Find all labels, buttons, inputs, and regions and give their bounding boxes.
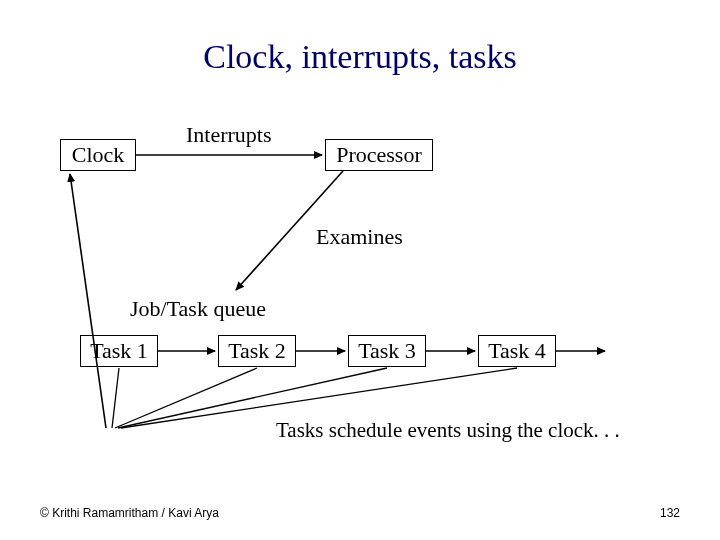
task2-box: Task 2 (218, 335, 296, 367)
jobtask-label: Job/Task queue (130, 296, 266, 322)
processor-box: Processor (325, 139, 433, 171)
examines-label: Examines (316, 224, 403, 250)
task3-box: Task 3 (348, 335, 426, 367)
footer-credit: © Krithi Ramamritham / Kavi Arya (40, 506, 219, 520)
task1-box: Task 1 (80, 335, 158, 367)
slide-title: Clock, interrupts, tasks (0, 38, 720, 76)
interrupts-label: Interrupts (186, 122, 272, 148)
svg-line-10 (70, 174, 106, 428)
footer-page: 132 (660, 506, 680, 520)
schedule-note: Tasks schedule events using the clock. .… (276, 418, 620, 443)
task4-box: Task 4 (478, 335, 556, 367)
svg-line-7 (115, 368, 257, 428)
clock-box: Clock (60, 139, 136, 171)
svg-line-6 (112, 368, 119, 428)
diagram-arrows (0, 0, 720, 540)
